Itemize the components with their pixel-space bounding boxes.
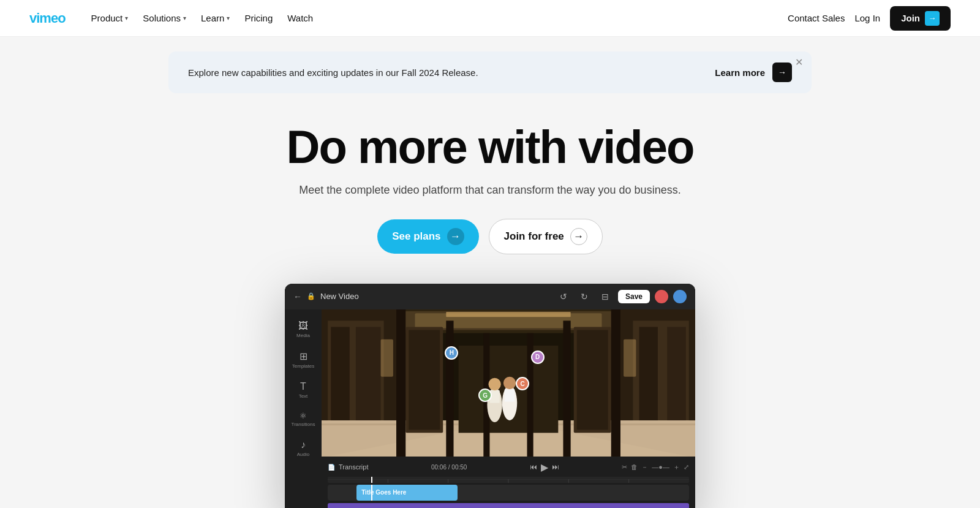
svg-rect-21 <box>563 320 570 457</box>
editor-topbar: ← 🔒 New Video ↺ ↻ ⊟ Save <box>285 284 695 309</box>
timeline-header: 📄 Transcript 00:06 / 00:50 ⏮ ▶ ⏭ <box>328 461 689 473</box>
video-frame: H G C D <box>322 309 695 457</box>
collaborator-h[interactable]: H <box>445 346 458 360</box>
svg-rect-20 <box>611 309 620 457</box>
sidebar-tool-media[interactable]: 🖼 Media <box>288 316 318 343</box>
timeline-audio-track <box>328 503 689 508</box>
hero-subtitle: Meet the complete video platform that ca… <box>15 184 965 197</box>
collaborator-d[interactable]: D <box>531 351 545 364</box>
join-free-button[interactable]: Join for free → <box>489 219 603 254</box>
nav-links: Product ▾ Solutions ▾ Learn ▾ Pricing Wa… <box>85 9 788 27</box>
sidebar-tool-transitions[interactable]: ⚛ Transitions <box>288 406 318 432</box>
main-nav: vimeo Product ▾ Solutions ▾ Learn ▾ Pric… <box>0 0 980 37</box>
hero-buttons: See plans → Join for free → <box>15 219 965 254</box>
hero-section: Do more with video Meet the complete vid… <box>0 108 980 508</box>
sidebar-tool-label: Transitions <box>292 422 315 427</box>
nav-item-watch[interactable]: Watch <box>281 9 319 27</box>
editor-mockup: ← 🔒 New Video ↺ ↻ ⊟ Save 🖼 Media <box>285 284 695 508</box>
editor-main: 🖼 Media ⊞ Templates T Text ⚛ Transitions… <box>285 309 695 508</box>
nav-item-learn[interactable]: Learn ▾ <box>195 9 236 27</box>
svg-rect-17 <box>396 309 405 457</box>
sidebar-tool-label: Media <box>296 333 310 338</box>
chevron-down-icon: ▾ <box>227 15 230 21</box>
undo-icon[interactable]: ↺ <box>556 289 571 305</box>
svg-rect-28 <box>624 339 636 377</box>
editor-sidebar: 🖼 Media ⊞ Templates T Text ⚛ Transitions… <box>285 309 322 508</box>
timeline-time: 00:06 / 00:50 <box>431 464 467 471</box>
timeline-clip-track: Title Goes Here <box>328 485 689 501</box>
collaborator-avatar-blue <box>673 290 687 303</box>
editor-canvas: H G C D 📄 Transcript 00:06 / <box>322 309 695 508</box>
arrow-icon: → <box>570 228 587 245</box>
nav-item-product[interactable]: Product ▾ <box>85 9 135 27</box>
hero-title: Do more with video <box>15 123 965 172</box>
logo[interactable]: vimeo <box>29 10 66 26</box>
lock-icon: 🔒 <box>307 292 315 300</box>
banner-learn-more-text: Learn more <box>715 67 765 78</box>
banner-right: Learn more → <box>715 63 792 82</box>
announcement-banner: Explore new capabilities and exciting up… <box>168 51 812 93</box>
skip-forward-button[interactable]: ⏭ <box>552 463 559 471</box>
nav-right: Contact Sales Log In Join → <box>788 6 951 31</box>
svg-point-33 <box>503 377 516 389</box>
editor-topbar-right: ↺ ↻ ⊟ Save <box>556 289 687 305</box>
editor-topbar-left: ← 🔒 New Video <box>293 292 359 301</box>
login-link[interactable]: Log In <box>854 13 880 23</box>
sidebar-tool-audio[interactable]: ♪ Audio <box>288 434 318 462</box>
chevron-down-icon: ▾ <box>183 15 186 21</box>
svg-rect-27 <box>381 339 393 377</box>
templates-icon: ⊞ <box>300 351 307 362</box>
zoom-in-icon[interactable]: ＋ <box>673 463 680 472</box>
transcript-label: Transcript <box>339 463 369 471</box>
scissors-icon[interactable]: ✂ <box>622 463 627 471</box>
timeline-right-controls: ✂ 🗑 － —●— ＋ ⤢ <box>622 463 689 472</box>
timeline-controls: ⏮ ▶ ⏭ <box>530 461 559 473</box>
svg-rect-26 <box>577 330 608 430</box>
svg-rect-22 <box>527 333 533 456</box>
svg-rect-18 <box>446 320 453 457</box>
nav-item-pricing[interactable]: Pricing <box>238 9 279 27</box>
crop-icon[interactable]: ⊟ <box>597 289 613 305</box>
see-plans-button[interactable]: See plans → <box>377 219 478 254</box>
sidebar-tool-templates[interactable]: ⊞ Templates <box>288 346 318 374</box>
sidebar-tool-label: Audio <box>297 452 309 457</box>
redo-icon[interactable]: ↻ <box>576 289 592 305</box>
play-button[interactable]: ▶ <box>541 461 548 473</box>
nav-item-solutions[interactable]: Solutions ▾ <box>137 9 192 27</box>
skip-back-button[interactable]: ⏮ <box>530 463 537 471</box>
banner-text: Explore new capabilities and exciting up… <box>188 67 478 78</box>
audio-icon: ♪ <box>301 439 306 450</box>
zoom-slider[interactable]: —●— <box>652 463 669 471</box>
zoom-out-icon[interactable]: － <box>641 463 648 472</box>
editor-back-button[interactable]: ← <box>293 292 302 301</box>
collaborator-avatar-red <box>655 290 668 303</box>
text-icon: T <box>300 381 306 392</box>
sidebar-tool-label: Templates <box>292 363 314 369</box>
svg-rect-34 <box>505 389 514 401</box>
save-button[interactable]: Save <box>618 290 650 303</box>
transitions-icon: ⚛ <box>300 411 307 420</box>
editor-timeline: 📄 Transcript 00:06 / 00:50 ⏮ ▶ ⏭ <box>322 457 695 508</box>
join-button[interactable]: Join → <box>890 6 951 31</box>
timeline-label: 📄 Transcript <box>328 463 369 471</box>
sidebar-tool-text[interactable]: T Text <box>288 376 318 404</box>
svg-rect-4 <box>446 312 570 317</box>
expand-icon[interactable]: ⤢ <box>684 463 689 471</box>
arrow-icon: → <box>925 11 940 26</box>
contact-sales-link[interactable]: Contact Sales <box>788 13 845 23</box>
banner-learn-more-button[interactable]: → <box>772 63 792 82</box>
arrow-icon: → <box>447 228 464 245</box>
sidebar-tool-label: Text <box>299 393 308 399</box>
svg-rect-24 <box>409 330 440 430</box>
transcript-icon: 📄 <box>328 464 335 471</box>
delete-icon[interactable]: 🗑 <box>631 463 638 471</box>
svg-point-30 <box>488 378 500 390</box>
media-icon: 🖼 <box>298 320 308 332</box>
editor-filename: New Video <box>320 292 359 301</box>
banner-close-button[interactable]: ✕ <box>795 58 803 67</box>
chevron-down-icon: ▾ <box>125 15 128 21</box>
